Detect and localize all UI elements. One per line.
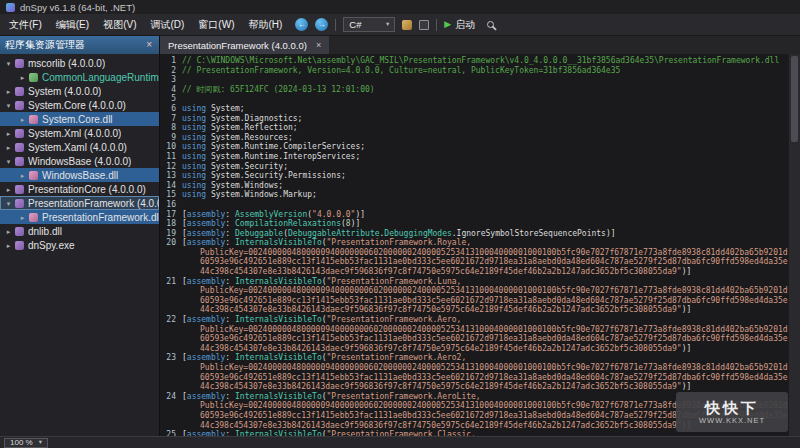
tree-item-windowsbase-4.0.0.0[interactable]: ▾WindowsBase (4.0.0.0): [0, 154, 159, 168]
forward-button[interactable]: →: [315, 18, 328, 31]
code-line-5: 5: [162, 94, 788, 104]
line-number: 11: [162, 152, 182, 162]
scrollbar-thumb[interactable]: [791, 56, 798, 142]
chevron-right-icon[interactable]: ▸: [3, 144, 14, 151]
line-number: 21: [162, 277, 182, 315]
tree-item-system.xml-4.0.0.0[interactable]: ▸System.Xml (4.0.0.0): [0, 126, 159, 140]
line-text: [assembly: InternalsVisibleTo("Presentat…: [182, 277, 788, 315]
chevron-right-icon[interactable]: ▸: [17, 74, 28, 81]
editor-area: PresentationFramework (4.0.0.0) × 1// C:…: [160, 36, 800, 436]
line-number: 13: [162, 171, 182, 181]
code-line-4: 4// 时间戳: 65F124FC (2024-03-13 12:01:00): [162, 85, 788, 95]
line-number: 3: [162, 75, 182, 85]
code-line-6: 6using System;: [162, 104, 788, 114]
language-selector[interactable]: C# ▾: [343, 17, 395, 32]
menu-item-view[interactable]: 视图(V): [96, 14, 143, 35]
chevron-down-icon[interactable]: ▾: [3, 60, 14, 67]
chevron-right-icon[interactable]: ▸: [3, 130, 14, 137]
tree-item-presentationframework-4.0.0.0[interactable]: ▾PresentationFramework (4.0.0.0): [0, 196, 159, 210]
line-number: 8: [162, 123, 182, 133]
chevron-down-icon[interactable]: ▾: [3, 102, 14, 109]
code-line-9: 9using System.Resources;: [162, 133, 788, 143]
assembly-icon: [15, 129, 24, 138]
search-icon: [487, 21, 494, 28]
assembly-icon: [15, 101, 24, 110]
menu-item-file[interactable]: 文件(F): [2, 14, 49, 35]
tree-item-system.core-4.0.0.0[interactable]: ▾System.Core (4.0.0.0): [0, 98, 159, 112]
code-line-23: 23[assembly: InternalsVisibleTo("Present…: [162, 353, 788, 391]
code-view[interactable]: 1// C:\WINDOWS\Microsoft.Net\assembly\GA…: [160, 54, 800, 436]
code-line-14: 14using System.Windows;: [162, 181, 788, 191]
close-icon[interactable]: ×: [316, 41, 321, 50]
menu-item-help[interactable]: 帮助(H): [241, 14, 289, 35]
tree-item-label: mscorlib (4.0.0.0): [28, 58, 105, 69]
zoom-selector[interactable]: 100 % ▾: [4, 438, 48, 448]
window-title: dnSpy v6.1.8 (64-bit, .NET): [20, 2, 135, 13]
dnspy-logo-icon: [6, 3, 15, 12]
tree-item-system.xaml-4.0.0.0[interactable]: ▸System.Xaml (4.0.0.0): [0, 140, 159, 154]
tree-item-system-4.0.0.0[interactable]: ▸System (4.0.0.0): [0, 84, 159, 98]
chevron-right-icon[interactable]: ▸: [17, 116, 28, 123]
chevron-right-icon[interactable]: ▸: [3, 228, 14, 235]
line-text: using System.Reflection;: [182, 123, 788, 133]
line-number: 17: [162, 210, 182, 220]
language-selector-value: C#: [349, 19, 361, 30]
code-line-19: 19[assembly: Debuggable(DebuggableAttrib…: [162, 229, 788, 239]
tree-item-mscorlib-4.0.0.0[interactable]: ▾mscorlib (4.0.0.0): [0, 56, 159, 70]
menu-toolbar-row: 文件(F)编辑(E)视图(V)调试(D)窗口(W)帮助(H) ← → C# ▾ …: [0, 14, 800, 36]
menu-item-window[interactable]: 窗口(W): [191, 14, 241, 35]
tree-item-windowsbase.dll[interactable]: ▸WindowsBase.dll: [0, 168, 159, 182]
tree-item-commonlanguageruntimelibrary[interactable]: ▸CommonLanguageRuntimeLibrary: [0, 70, 159, 84]
line-number: 5: [162, 94, 182, 104]
assembly-icon: [15, 185, 24, 194]
search-button[interactable]: [482, 17, 498, 33]
line-number: 22: [162, 315, 182, 353]
tree-item-dnlib.dll[interactable]: ▸dnlib.dll: [0, 224, 159, 238]
chevron-right-icon[interactable]: ▸: [3, 88, 14, 95]
tree-item-dnspy.exe[interactable]: ▸dnSpy.exe: [0, 238, 159, 252]
close-icon[interactable]: ×: [144, 40, 154, 50]
code-line-15: 15using System.Windows.Markup;: [162, 190, 788, 200]
word-wrap-button[interactable]: [402, 20, 412, 30]
chevron-down-icon[interactable]: ▾: [3, 200, 14, 207]
play-icon: ▶: [444, 20, 451, 29]
back-button[interactable]: ←: [295, 18, 308, 31]
tree-item-presentationcore-4.0.0.0[interactable]: ▸PresentationCore (4.0.0.0): [0, 182, 159, 196]
line-text: [assembly: InternalsVisibleTo("Presentat…: [182, 315, 788, 353]
chevron-down-icon[interactable]: ▾: [3, 158, 14, 165]
chevron-right-icon[interactable]: ▸: [3, 186, 14, 193]
toolbar: ← → C# ▾ ▶ 启动: [295, 17, 498, 33]
code-lines: 1// C:\WINDOWS\Microsoft.Net\assembly\GA…: [162, 56, 788, 436]
start-button-label: 启动: [455, 18, 475, 32]
code-line-3: 3: [162, 75, 788, 85]
assembly-explorer-header[interactable]: 程序集资源管理器 ×: [0, 36, 159, 54]
watermark-url: WWW.KKX.NET: [699, 417, 765, 425]
assembly-explorer-title: 程序集资源管理器: [5, 38, 85, 52]
line-number: 10: [162, 142, 182, 152]
module-icon: [29, 171, 38, 180]
tree-item-presentationframework.dll[interactable]: ▸PresentationFramework.dll: [0, 210, 159, 224]
tree-item-label: WindowsBase (4.0.0.0): [28, 156, 131, 167]
assembly-icon: [15, 59, 24, 68]
assembly-explorer-panel: 程序集资源管理器 × ▾mscorlib (4.0.0.0)▸CommonLan…: [0, 36, 160, 436]
line-number: 7: [162, 114, 182, 124]
line-text: [assembly: CompilationRelaxations(8)]: [182, 219, 788, 229]
start-button[interactable]: ▶ 启动: [444, 18, 475, 32]
line-text: using System;: [182, 104, 788, 114]
menu-item-debug[interactable]: 调试(D): [143, 14, 191, 35]
line-text: [182, 94, 788, 104]
chevron-right-icon[interactable]: ▸: [3, 242, 14, 249]
code-line-2: 2// PresentationFramework, Version=4.0.0…: [162, 66, 788, 76]
watermark-text: 快快下: [705, 400, 759, 415]
vertical-scrollbar[interactable]: [788, 54, 800, 436]
tree-item-label: CommonLanguageRuntimeLibrary: [42, 72, 159, 83]
code-line-7: 7using System.Diagnostics;: [162, 114, 788, 124]
toolbar-separator: [335, 19, 336, 31]
line-number: 19: [162, 229, 182, 239]
menu-item-edit[interactable]: 编辑(E): [49, 14, 96, 35]
tree-item-system.core.dll[interactable]: ▸System.Core.dll: [0, 112, 159, 126]
chevron-right-icon[interactable]: ▸: [17, 172, 28, 179]
fullscreen-button[interactable]: [419, 20, 429, 30]
chevron-right-icon[interactable]: ▸: [17, 214, 28, 221]
tab-presentationframework[interactable]: PresentationFramework (4.0.0.0) ×: [160, 36, 329, 54]
